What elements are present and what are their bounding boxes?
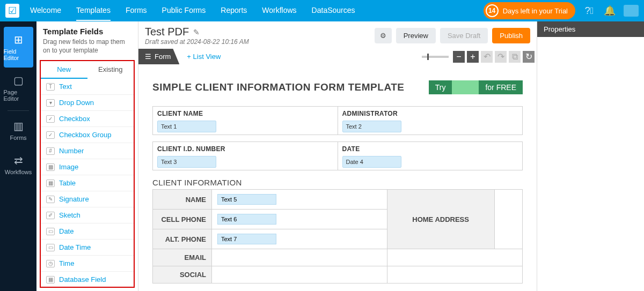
form-title: SIMPLE CLIENT INFORMATION FORM TEMPLATE bbox=[152, 81, 405, 93]
nav-workflows[interactable]: Workflows bbox=[262, 1, 296, 21]
forms-icon: ▥ bbox=[13, 120, 24, 132]
field-item-label: Drop Down bbox=[59, 99, 94, 107]
field-item-time[interactable]: ◷Time bbox=[41, 256, 134, 272]
field-item-date-time[interactable]: ▭Date Time bbox=[41, 240, 134, 256]
field-type-icon: ▭ bbox=[46, 244, 55, 251]
icon-sidebar: ⊞ Field Editor ▢ Page Editor ▥ Forms ⇄ W… bbox=[0, 21, 36, 291]
field-label: CLIENT I.D. NUMBER bbox=[157, 145, 333, 153]
nav-public-forms[interactable]: Public Forms bbox=[162, 1, 206, 21]
help-icon[interactable]: ?⃝ bbox=[583, 4, 596, 17]
fields-subtitle: Drag new fields to map them on to your t… bbox=[43, 38, 131, 55]
publish-button[interactable]: Publish bbox=[492, 28, 530, 43]
field-item-label: Number bbox=[59, 147, 84, 155]
field-item-sketch[interactable]: ✐Sketch bbox=[41, 207, 134, 223]
field-item-label: Time bbox=[59, 259, 74, 267]
preview-button[interactable]: Preview bbox=[396, 28, 436, 43]
field-item-text[interactable]: TText bbox=[41, 79, 134, 95]
row-label: SOCIAL bbox=[153, 266, 212, 283]
notifications-icon[interactable]: 🔔 bbox=[603, 4, 616, 17]
app-logo[interactable] bbox=[5, 4, 19, 18]
form-view-tab[interactable]: ☰ Form bbox=[138, 49, 179, 64]
form-view-icon: ☰ bbox=[145, 53, 151, 61]
nav-reports[interactable]: Reports bbox=[221, 1, 247, 21]
sidebar-separator bbox=[8, 110, 29, 111]
zoom-in-button[interactable]: + bbox=[467, 51, 479, 63]
field-type-icon: ✐ bbox=[46, 212, 55, 219]
field-item-label: Date bbox=[59, 227, 74, 235]
field-item-number[interactable]: #Number bbox=[41, 143, 134, 159]
sidebar-forms[interactable]: ▥ Forms bbox=[4, 113, 33, 147]
field-input-text1[interactable]: Text 1 bbox=[157, 121, 216, 132]
field-item-checkbox-group[interactable]: ✓Checkbox Group bbox=[41, 127, 134, 143]
sidebar-label: Forms bbox=[10, 135, 26, 141]
row-label: CELL PHONE bbox=[153, 210, 212, 229]
save-draft-button[interactable]: Save Draft bbox=[440, 28, 488, 43]
sidebar-label: Page Editor bbox=[4, 89, 33, 102]
field-item-drop-down[interactable]: ▾Drop Down bbox=[41, 95, 134, 111]
field-item-table[interactable]: ▦Table bbox=[41, 175, 134, 191]
nav-welcome[interactable]: Welcome bbox=[30, 1, 61, 21]
copy-button[interactable]: ⧉ bbox=[509, 51, 521, 63]
home-address-cell[interactable] bbox=[494, 190, 522, 249]
field-type-icon: ✓ bbox=[46, 131, 55, 139]
field-label: ADMINISTRATOR bbox=[342, 110, 518, 117]
workflows-icon: ⇄ bbox=[14, 154, 23, 167]
header-row-2: CLIENT I.D. NUMBER Text 3 DATE Date 4 bbox=[152, 141, 523, 170]
nav-datasources[interactable]: DataSources bbox=[312, 1, 355, 21]
field-label: DATE bbox=[342, 145, 518, 153]
editor-column: Test PDF ✎ Draft saved at 2024-08-22 10:… bbox=[138, 21, 537, 291]
settings-button[interactable]: ⚙ bbox=[375, 28, 392, 43]
social-cell[interactable] bbox=[212, 266, 387, 283]
field-input-date4[interactable]: Date 4 bbox=[342, 156, 401, 168]
trial-text: Days left in your Trial bbox=[503, 7, 568, 15]
nav-templates[interactable]: Templates bbox=[76, 1, 111, 21]
field-item-signature[interactable]: ✎Signature bbox=[41, 191, 134, 207]
zoom-out-button[interactable]: − bbox=[453, 51, 465, 63]
properties-panel: Properties bbox=[537, 21, 644, 291]
field-item-date[interactable]: ▭Date bbox=[41, 223, 134, 240]
field-item-image[interactable]: ▩Image bbox=[41, 159, 134, 175]
undo-button[interactable]: ↶ bbox=[481, 51, 493, 63]
sidebar-label: Workflows bbox=[5, 169, 32, 175]
fields-panel: Template Fields Drag new fields to map t… bbox=[36, 21, 138, 291]
field-input-text7[interactable]: Text 7 bbox=[217, 234, 276, 244]
field-input-text3[interactable]: Text 3 bbox=[157, 156, 216, 168]
field-item-label: Table bbox=[59, 179, 76, 187]
try-text: Try bbox=[429, 80, 452, 94]
field-item-label: Checkbox bbox=[59, 115, 90, 123]
add-list-view[interactable]: + List View bbox=[187, 53, 221, 61]
doc-saved-status: Draft saved at 2024-08-22 10:16 AM bbox=[145, 38, 369, 46]
header-row-1: CLIENT NAME Text 1 ADMINISTRATOR Text 2 bbox=[152, 106, 523, 135]
field-item-database-field[interactable]: ▦Database Field bbox=[41, 272, 134, 287]
field-item-checkbox[interactable]: ✓Checkbox bbox=[41, 111, 134, 127]
page-editor-icon: ▢ bbox=[13, 74, 24, 87]
field-input-text6[interactable]: Text 6 bbox=[217, 214, 276, 225]
home-address-label: HOME ADDRESS bbox=[387, 190, 494, 249]
sidebar-page-editor[interactable]: ▢ Page Editor bbox=[4, 68, 33, 108]
try-free-badge[interactable]: Try . for FREE bbox=[429, 80, 523, 94]
avatar[interactable] bbox=[624, 5, 639, 17]
client-info-table: NAME Text 5 HOME ADDRESS CELL PHONE Text… bbox=[152, 189, 523, 283]
sidebar-field-editor[interactable]: ⊞ Field Editor bbox=[4, 27, 33, 68]
for-free-text: for FREE bbox=[479, 80, 523, 94]
field-item-label: Checkbox Group bbox=[59, 131, 112, 139]
field-input-text5[interactable]: Text 5 bbox=[217, 194, 276, 205]
field-input-text2[interactable]: Text 2 bbox=[342, 121, 401, 132]
field-tabs: New Existing bbox=[41, 61, 134, 79]
try-brand: . bbox=[452, 80, 479, 94]
trial-pill[interactable]: 14 Days left in your Trial bbox=[484, 2, 575, 19]
field-type-icon: ▦ bbox=[46, 276, 55, 283]
refresh-button[interactable]: ↻ bbox=[523, 51, 535, 63]
sidebar-workflows[interactable]: ⇄ Workflows bbox=[4, 147, 33, 182]
tab-existing[interactable]: Existing bbox=[87, 61, 134, 79]
fields-title: Template Fields bbox=[43, 27, 131, 36]
email-cell[interactable] bbox=[212, 249, 387, 266]
canvas-scroll[interactable]: SIMPLE CLIENT INFORMATION FORM TEMPLATE … bbox=[138, 64, 537, 291]
edit-title-icon[interactable]: ✎ bbox=[193, 28, 200, 36]
redo-button[interactable]: ↷ bbox=[495, 51, 507, 63]
field-item-label: Database Field bbox=[59, 275, 106, 283]
tab-new[interactable]: New bbox=[41, 61, 87, 79]
zoom-slider[interactable] bbox=[422, 56, 449, 58]
nav-forms[interactable]: Forms bbox=[126, 1, 147, 21]
nav-links: Welcome Templates Forms Public Forms Rep… bbox=[30, 1, 355, 21]
